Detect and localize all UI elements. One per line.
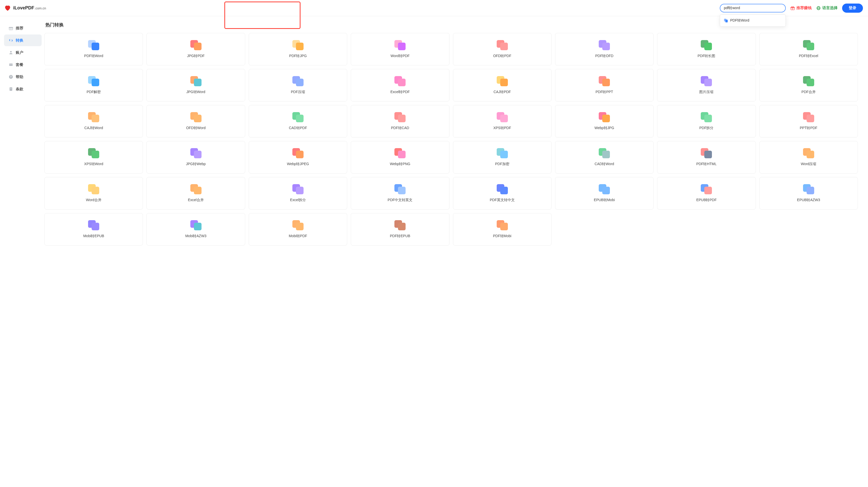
tool-label: PDF转EPUB xyxy=(390,234,410,238)
tool-card-25[interactable]: JPG转Webp xyxy=(147,141,245,173)
tool-card-24[interactable]: XPS转Word xyxy=(44,141,143,173)
tool-card-30[interactable]: PDF转HTML xyxy=(657,141,755,173)
tool-label: CAJ转PDF xyxy=(493,90,510,94)
svg-rect-10 xyxy=(9,64,13,65)
tool-icon xyxy=(88,220,99,230)
svg-text:?: ? xyxy=(10,75,12,78)
tool-card-11[interactable]: Excel转PDF xyxy=(351,69,449,101)
tool-card-19[interactable]: PDF转CAD xyxy=(351,105,449,137)
login-button[interactable]: 登录 xyxy=(842,4,863,13)
tool-card-15[interactable]: PDF合并 xyxy=(760,69,858,101)
tool-card-1[interactable]: JPG转PDF xyxy=(147,33,245,65)
main-content: 热门转换 PDF转WordJPG转PDFPDF转JPGWord转PDFOFD转P… xyxy=(42,16,868,256)
sidebar-item-4[interactable]: ?帮助 xyxy=(4,71,42,83)
tool-card-20[interactable]: XPS转PDF xyxy=(453,105,552,137)
tool-card-5[interactable]: PDF转OFD xyxy=(555,33,654,65)
tool-card-0[interactable]: PDF转Word xyxy=(44,33,143,65)
tool-label: PDF转Excel xyxy=(799,54,818,58)
tool-icon xyxy=(599,112,610,122)
tool-card-3[interactable]: Word转PDF xyxy=(351,33,449,65)
tool-card-41[interactable]: Mobi转AZW3 xyxy=(147,213,245,246)
tool-card-32[interactable]: Word合并 xyxy=(44,177,143,209)
tool-card-36[interactable]: PDF英文转中文 xyxy=(453,177,552,209)
tool-card-43[interactable]: PDF转EPUB xyxy=(351,213,449,246)
tool-label: Excel转PDF xyxy=(390,90,410,94)
tool-card-22[interactable]: PDF拆分 xyxy=(657,105,755,137)
tool-label: PDF解密 xyxy=(87,90,101,94)
tool-icon xyxy=(803,148,814,158)
tool-icon xyxy=(701,112,712,122)
tool-card-21[interactable]: Webp转JPG xyxy=(555,105,654,137)
tool-icon xyxy=(190,148,202,158)
tool-card-29[interactable]: CAD转Word xyxy=(555,141,654,173)
tool-card-23[interactable]: PPT转PDF xyxy=(760,105,858,137)
search-suggestion-item[interactable]: PDF转Word xyxy=(720,16,785,25)
search-dropdown: PDF转Word xyxy=(720,14,786,27)
tool-card-6[interactable]: PDF转长图 xyxy=(657,33,755,65)
tool-card-26[interactable]: Webp转JPEG xyxy=(249,141,347,173)
tool-card-34[interactable]: Excel拆分 xyxy=(249,177,347,209)
tool-label: Excel合并 xyxy=(188,198,204,202)
tool-card-12[interactable]: CAJ转PDF xyxy=(453,69,552,101)
tool-icon xyxy=(88,76,99,86)
tool-card-31[interactable]: Word压缩 xyxy=(760,141,858,173)
tool-icon xyxy=(190,184,202,194)
tool-label: OFD转PDF xyxy=(493,54,512,58)
tool-icon xyxy=(803,184,814,194)
tool-card-38[interactable]: EPUB转PDF xyxy=(657,177,755,209)
tool-label: PPT转PDF xyxy=(800,126,817,130)
sidebar-item-2[interactable]: 账户 xyxy=(4,47,42,58)
tool-card-18[interactable]: CAD转PDF xyxy=(249,105,347,137)
referral-link[interactable]: 推荐赚钱 xyxy=(790,6,812,10)
card-icon xyxy=(9,62,13,67)
tool-icon xyxy=(497,184,508,194)
tool-label: EPUB转AZW3 xyxy=(797,198,820,202)
sidebar-item-5[interactable]: 条款 xyxy=(4,83,42,95)
tool-card-35[interactable]: PDF中文转英文 xyxy=(351,177,449,209)
tool-icon xyxy=(394,220,406,230)
tool-card-7[interactable]: PDF转Excel xyxy=(760,33,858,65)
tool-card-16[interactable]: CAJ转Word xyxy=(44,105,143,137)
tool-card-44[interactable]: PDF转Mobi xyxy=(453,213,552,246)
tool-card-14[interactable]: 图片压缩 xyxy=(657,69,755,101)
tool-icon xyxy=(190,40,202,50)
tool-icon xyxy=(701,76,712,86)
tool-card-13[interactable]: PDF转PPT xyxy=(555,69,654,101)
sidebar-item-1[interactable]: 转换 xyxy=(4,34,42,46)
tool-card-17[interactable]: OFD转Word xyxy=(147,105,245,137)
tool-card-37[interactable]: EPUB转Mobi xyxy=(555,177,654,209)
svg-rect-1 xyxy=(725,20,727,22)
tool-card-40[interactable]: Mobi转EPUB xyxy=(44,213,143,246)
brand-logo[interactable]: iLovePDF.com.cn xyxy=(4,5,46,12)
sidebar: 推荐转换账户套餐?帮助条款 xyxy=(0,16,42,256)
language-link[interactable]: 语言选择 xyxy=(816,6,838,10)
tool-label: JPG转Word xyxy=(186,90,205,94)
tool-icon xyxy=(497,76,508,86)
tool-card-2[interactable]: PDF转JPG xyxy=(249,33,347,65)
sidebar-label: 转换 xyxy=(16,38,23,43)
tool-icon xyxy=(292,40,304,50)
tool-label: Excel拆分 xyxy=(290,198,306,202)
search-input[interactable] xyxy=(720,4,786,12)
tool-label: JPG转Webp xyxy=(186,162,206,166)
tool-card-27[interactable]: Webp转PNG xyxy=(351,141,449,173)
tool-card-33[interactable]: Excel合并 xyxy=(147,177,245,209)
tool-icon xyxy=(803,40,814,50)
tool-label: PDF合并 xyxy=(802,90,816,94)
tool-card-9[interactable]: JPG转Word xyxy=(147,69,245,101)
tool-card-10[interactable]: PDF压缩 xyxy=(249,69,347,101)
tool-card-4[interactable]: OFD转PDF xyxy=(453,33,552,65)
tool-card-42[interactable]: Mobi转PDF xyxy=(249,213,347,246)
tool-card-28[interactable]: PDF加密 xyxy=(453,141,552,173)
sidebar-item-0[interactable]: 推荐 xyxy=(4,22,42,34)
tool-card-39[interactable]: EPUB转AZW3 xyxy=(760,177,858,209)
tool-card-8[interactable]: PDF解密 xyxy=(44,69,143,101)
tool-label: EPUB转PDF xyxy=(696,198,716,202)
tool-icon xyxy=(497,112,508,122)
tools-grid: PDF转WordJPG转PDFPDF转JPGWord转PDFOFD转PDFPDF… xyxy=(44,33,858,246)
tool-icon xyxy=(88,112,99,122)
sidebar-item-3[interactable]: 套餐 xyxy=(4,59,42,70)
globe-icon xyxy=(816,6,821,10)
tool-label: PDF转HTML xyxy=(696,162,716,166)
tool-label: OFD转Word xyxy=(186,126,206,130)
